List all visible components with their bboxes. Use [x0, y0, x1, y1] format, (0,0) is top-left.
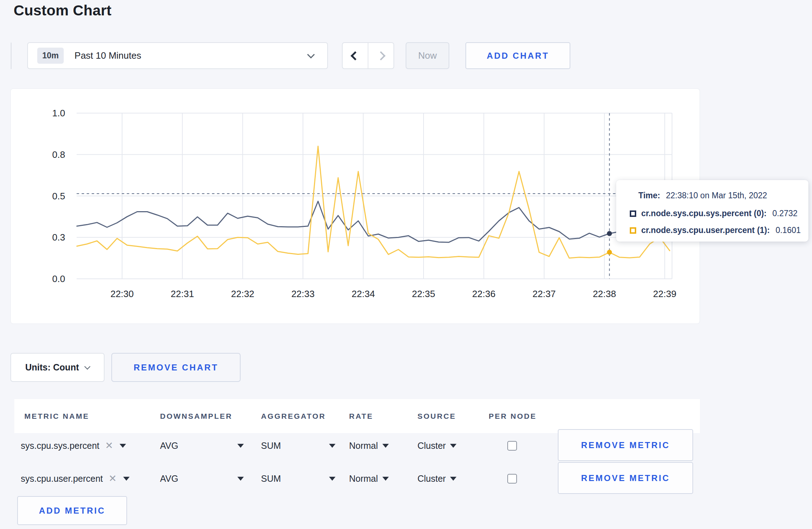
page-title: Custom Chart	[14, 2, 111, 19]
metric-row: sys.cpu.user.percent ✕ AVG SUM Normal Cl…	[14, 463, 700, 494]
svg-text:22:39: 22:39	[653, 288, 676, 299]
svg-text:22:38: 22:38	[593, 288, 616, 299]
next-time-button[interactable]	[368, 43, 393, 68]
svg-text:0.3: 0.3	[52, 232, 65, 243]
downsampler-value: AVG	[160, 474, 178, 484]
metrics-table-header: METRIC NAME DOWNSAMPLER AGGREGATOR RATE …	[14, 399, 700, 433]
rate-value: Normal	[349, 441, 378, 451]
rate-value: Normal	[349, 474, 378, 484]
toolbar-divider	[11, 43, 11, 69]
now-button[interactable]: Now	[406, 42, 449, 69]
source-value: Cluster	[417, 441, 446, 451]
column-header-aggregator: AGGREGATOR	[261, 412, 326, 421]
chevron-left-icon	[351, 51, 359, 60]
chart-card: 1.00.80.50.30.022:3022:3122:3222:3322:34…	[10, 88, 700, 324]
metric-name-value: sys.cpu.sys.percent	[21, 441, 100, 451]
svg-text:22:32: 22:32	[231, 288, 254, 299]
aggregator-value: SUM	[261, 441, 281, 451]
downsampler-select[interactable]: AVG	[160, 430, 244, 461]
per-node-checkbox[interactable]	[507, 474, 517, 484]
column-header-rate: RATE	[349, 412, 373, 421]
dropdown-arrow-icon	[120, 444, 126, 448]
aggregator-select[interactable]: SUM	[261, 430, 335, 461]
chevron-right-icon	[376, 51, 385, 60]
svg-text:0.0: 0.0	[52, 273, 65, 284]
add-chart-button[interactable]: ADD CHART	[465, 42, 570, 69]
time-window-select[interactable]: 10m Past 10 Minutes	[27, 42, 328, 69]
source-select[interactable]: Cluster	[417, 430, 456, 461]
per-node-checkbox[interactable]	[507, 441, 517, 451]
dropdown-arrow-icon	[382, 444, 389, 448]
dropdown-arrow-icon	[237, 477, 244, 481]
tooltip-series-value: 0.2732	[772, 209, 797, 218]
aggregator-select[interactable]: SUM	[261, 463, 335, 494]
dropdown-arrow-icon	[237, 444, 244, 448]
svg-text:0.8: 0.8	[52, 149, 65, 160]
custom-chart-page: Custom Chart 10m Past 10 Minutes Now ADD…	[0, 0, 812, 529]
prev-time-button[interactable]	[343, 43, 368, 68]
svg-text:22:30: 22:30	[110, 288, 134, 299]
tooltip-time-label: Time:	[638, 191, 660, 200]
per-node-cell	[507, 463, 517, 494]
downsampler-select[interactable]: AVG	[160, 463, 244, 494]
tooltip-series-row: cr.node.sys.cpu.sys.percent (0): 0.2732	[630, 209, 798, 218]
source-select[interactable]: Cluster	[417, 463, 456, 494]
svg-text:22:36: 22:36	[472, 288, 496, 299]
column-header-source: SOURCE	[417, 412, 456, 421]
svg-text:22:33: 22:33	[291, 288, 315, 299]
chart-tooltip: Time: 22:38:10 on Mar 15th, 2022 cr.node…	[616, 180, 808, 242]
svg-text:0.5: 0.5	[52, 191, 65, 202]
downsampler-value: AVG	[160, 441, 178, 451]
metric-row: sys.cpu.sys.percent ✕ AVG SUM Normal Clu…	[14, 430, 700, 461]
svg-text:1.0: 1.0	[52, 108, 65, 118]
remove-metric-button[interactable]: REMOVE METRIC	[558, 429, 693, 461]
clear-metric-icon[interactable]: ✕	[105, 440, 113, 451]
dropdown-arrow-icon	[450, 477, 456, 481]
source-value: Cluster	[417, 474, 446, 484]
tooltip-time-value: 22:38:10 on Mar 15th, 2022	[666, 191, 767, 200]
clear-metric-icon[interactable]: ✕	[108, 473, 117, 484]
remove-chart-button[interactable]: REMOVE CHART	[111, 353, 241, 382]
time-window-label: Past 10 Minutes	[74, 50, 141, 61]
metric-name-select[interactable]: sys.cpu.sys.percent ✕	[21, 430, 126, 461]
dropdown-arrow-icon	[450, 444, 456, 448]
column-header-downsampler: DOWNSAMPLER	[160, 412, 232, 421]
time-step-buttons	[342, 42, 394, 69]
rate-select[interactable]: Normal	[349, 430, 389, 461]
metric-name-select[interactable]: sys.cpu.user.percent ✕	[21, 463, 130, 494]
chevron-down-icon	[307, 51, 315, 58]
tooltip-series-row: cr.node.sys.cpu.user.percent (1): 0.1601	[630, 225, 801, 235]
aggregator-value: SUM	[261, 474, 281, 484]
add-metric-button[interactable]: ADD METRIC	[17, 496, 127, 525]
column-header-per-node: PER NODE	[489, 412, 537, 421]
dropdown-arrow-icon	[123, 477, 130, 481]
remove-metric-button[interactable]: REMOVE METRIC	[558, 462, 693, 494]
svg-text:22:35: 22:35	[412, 288, 435, 299]
user-series-swatch-icon	[630, 227, 636, 234]
column-header-metric-name: METRIC NAME	[24, 412, 89, 421]
dropdown-arrow-icon	[329, 477, 335, 481]
tooltip-series-value: 0.1601	[775, 225, 801, 235]
rate-select[interactable]: Normal	[349, 463, 389, 494]
dropdown-arrow-icon	[329, 444, 335, 448]
tooltip-time-row: Time: 22:38:10 on Mar 15th, 2022	[638, 191, 767, 200]
time-window-badge: 10m	[37, 48, 64, 64]
svg-text:22:37: 22:37	[532, 288, 556, 299]
cpu-line-chart[interactable]: 1.00.80.50.30.022:3022:3122:3222:3322:34…	[11, 89, 700, 324]
tooltip-series-name: cr.node.sys.cpu.sys.percent (0):	[641, 209, 767, 218]
dropdown-arrow-icon	[382, 477, 389, 481]
sys-series-swatch-icon	[630, 210, 636, 217]
tooltip-series-name: cr.node.sys.cpu.user.percent (1):	[641, 225, 770, 235]
units-select-label: Units: Count	[25, 362, 79, 373]
svg-text:22:34: 22:34	[352, 288, 375, 299]
units-select[interactable]: Units: Count	[10, 353, 105, 382]
per-node-cell	[507, 430, 517, 461]
metric-name-value: sys.cpu.user.percent	[21, 474, 103, 484]
svg-text:22:31: 22:31	[171, 288, 194, 299]
chevron-down-icon	[84, 363, 91, 369]
